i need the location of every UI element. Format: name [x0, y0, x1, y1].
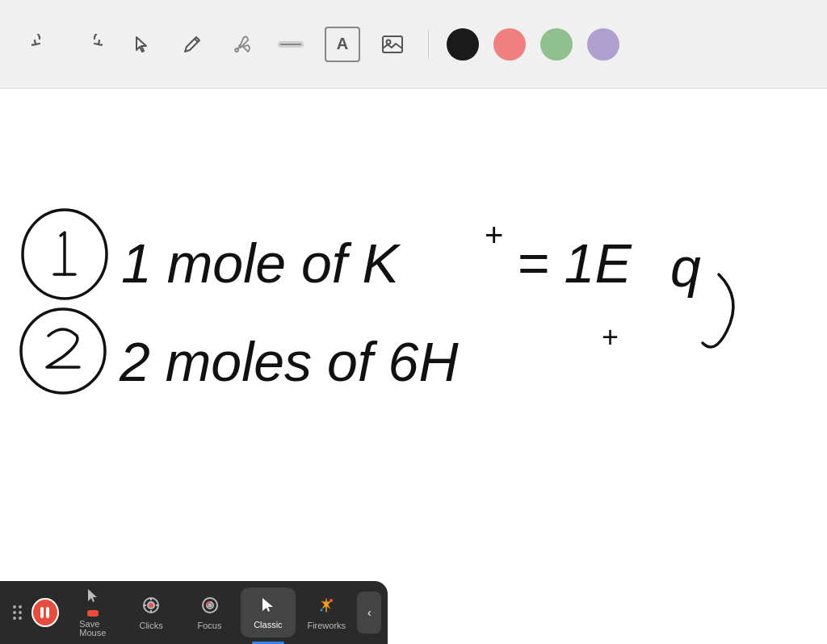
svg-text:q: q — [670, 236, 701, 298]
svg-text:1 mole of K: 1 mole of K — [121, 232, 401, 294]
fireworks-icon — [317, 596, 336, 618]
collapse-button[interactable]: ‹ — [357, 592, 381, 634]
pause-record-button[interactable] — [31, 598, 59, 627]
svg-text:= 1E: = 1E — [517, 232, 632, 294]
color-pink[interactable] — [493, 28, 526, 61]
svg-point-21 — [208, 604, 211, 606]
image-button[interactable] — [375, 27, 410, 62]
toolbar: A — [0, 0, 827, 89]
tools-button[interactable] — [225, 27, 260, 62]
pencil-button[interactable] — [174, 27, 210, 62]
svg-text:+: + — [485, 217, 503, 253]
focus-label: Focus — [198, 621, 222, 630]
svg-point-22 — [330, 599, 333, 602]
undo-button[interactable] — [24, 27, 60, 62]
redo-button[interactable] — [74, 27, 110, 62]
svg-point-23 — [321, 608, 323, 611]
nav-item-classic[interactable]: Classic — [241, 588, 296, 638]
color-black[interactable] — [447, 28, 479, 61]
color-green[interactable] — [540, 28, 573, 61]
nav-item-clicks[interactable]: Clicks — [124, 588, 178, 638]
canvas-area[interactable]: 1 mole of K + = 1E q 2 moles of 6H + — [0, 89, 827, 581]
save-mouse-icon — [84, 588, 102, 608]
svg-point-2 — [235, 48, 238, 52]
clicks-label: Clicks — [139, 621, 162, 630]
svg-text:2 moles of 6H: 2 moles of 6H — [119, 331, 459, 392]
color-purple[interactable] — [587, 28, 619, 61]
clicks-icon — [141, 596, 161, 618]
highlight-button[interactable] — [275, 27, 310, 62]
cursor-button[interactable] — [124, 27, 160, 62]
nav-item-save-mouse[interactable]: SaveMouse — [65, 588, 120, 638]
chevron-left-icon: ‹ — [367, 606, 372, 619]
svg-point-10 — [21, 309, 105, 393]
stop-dot — [87, 610, 99, 617]
svg-text:+: + — [602, 320, 619, 353]
focus-icon — [200, 596, 220, 618]
separator — [428, 30, 429, 59]
nav-item-focus[interactable]: Focus — [182, 588, 237, 638]
bottom-bar: SaveMouse Clicks Focus — [0, 581, 388, 644]
nav-item-fireworks[interactable]: Fireworks — [299, 588, 354, 638]
svg-point-4 — [387, 40, 391, 44]
text-button[interactable]: A — [325, 27, 360, 62]
save-mouse-label: SaveMouse — [79, 620, 106, 638]
grid-dots[interactable] — [6, 605, 28, 620]
fireworks-label: Fireworks — [307, 621, 346, 630]
classic-label: Classic — [254, 621, 282, 629]
svg-rect-3 — [383, 36, 402, 52]
classic-icon — [259, 596, 277, 617]
svg-point-14 — [148, 602, 154, 608]
